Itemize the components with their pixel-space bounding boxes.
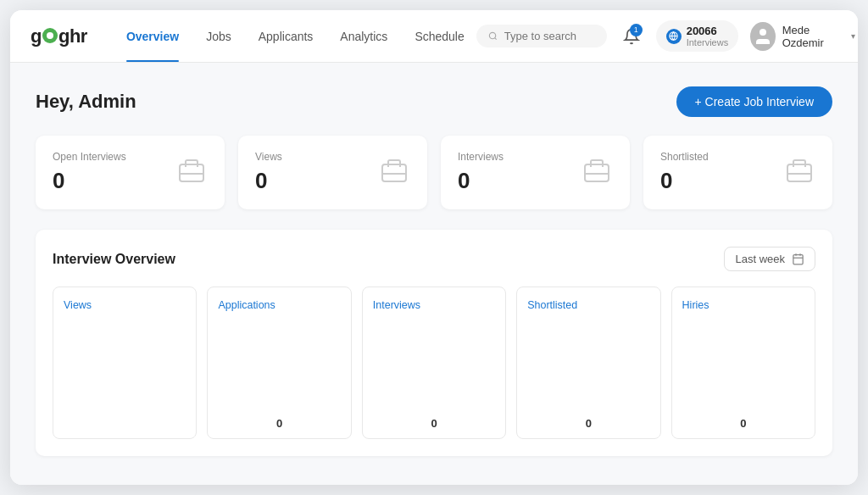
stat-info-interviews: Interviews 0 (458, 151, 504, 194)
stat-info-views: Views 0 (255, 151, 282, 194)
nav-links: Overview Jobs Applicants Analytics Sched… (114, 23, 476, 50)
chart-col-views: Views (53, 286, 197, 439)
chart-col-applications: Applications 0 (207, 286, 351, 439)
chart-col-shortlisted: Shortlisted 0 (516, 286, 660, 439)
chart-area-interviews (373, 320, 495, 412)
chart-value-shortlisted: 0 (527, 417, 649, 430)
chart-label-views: Views (64, 299, 186, 311)
stat-icon-views (378, 157, 410, 189)
chart-label-applications: Applications (218, 299, 340, 311)
stat-value-views: 0 (255, 168, 282, 194)
svg-point-0 (489, 32, 495, 38)
overview-title: Interview Overview (53, 252, 175, 267)
stat-icon-open-interviews (175, 157, 208, 189)
briefcase-icon-2 (381, 164, 407, 182)
briefcase-icon-3 (584, 164, 609, 182)
notification-badge: 1 (630, 24, 643, 36)
stat-label-interviews: Interviews (458, 151, 504, 163)
nav-overview[interactable]: Overview (114, 23, 191, 50)
stat-value-interviews: 0 (458, 168, 504, 194)
stat-info-shortlisted: Shortlisted 0 (660, 151, 709, 194)
overview-charts: Views Applications 0 Interviews 0 Shortl… (53, 286, 815, 439)
date-filter[interactable]: Last week (724, 247, 815, 271)
stat-icon-shortlisted (783, 157, 815, 189)
logo-icon (42, 28, 58, 43)
nav-schedule[interactable]: Schedule (403, 23, 476, 50)
logo: gghr (31, 25, 87, 47)
stat-label-open-interviews: Open Interviews (53, 151, 126, 163)
chart-area-views (64, 320, 186, 425)
date-filter-label: Last week (735, 253, 785, 265)
user-name: Mede Ozdemir (782, 24, 845, 49)
chevron-down-icon: ▾ (851, 31, 855, 41)
create-job-interview-button[interactable]: + Create Job Interview (676, 86, 832, 117)
stats-row: Open Interviews 0 Views 0 Interviews (36, 136, 832, 209)
user-menu[interactable]: Mede Ozdemir ▾ (750, 22, 855, 51)
chart-label-hiries: Hiries (682, 299, 804, 311)
chart-col-interviews: Interviews 0 (362, 286, 506, 439)
stat-label-views: Views (255, 151, 282, 163)
overview-section: Interview Overview Last week Views Appli… (36, 230, 832, 456)
stat-label-shortlisted: Shortlisted (660, 151, 709, 163)
briefcase-icon-4 (787, 164, 812, 182)
svg-rect-5 (793, 255, 803, 264)
nav-applicants[interactable]: Applicants (247, 23, 326, 50)
nav-right: 1 20066 Interviews Mede Ozdemir ▾ (476, 20, 856, 52)
interviews-label: Interviews (687, 37, 729, 47)
svg-point-4 (760, 29, 766, 36)
stat-value-open-interviews: 0 (53, 168, 126, 194)
interviews-count: 20066 (687, 25, 729, 37)
nav-analytics[interactable]: Analytics (328, 23, 399, 50)
chart-area-applications (218, 320, 340, 412)
chart-value-applications: 0 (218, 417, 340, 430)
nav-jobs[interactable]: Jobs (194, 23, 243, 50)
chart-area-hiries (682, 320, 804, 412)
stat-info-open-interviews: Open Interviews 0 (53, 151, 126, 194)
app-window: gghr Overview Jobs Applicants Analytics … (10, 10, 858, 485)
search-input[interactable] (504, 30, 595, 42)
search-box[interactable] (476, 25, 607, 47)
globe-icon (666, 29, 682, 44)
navbar: gghr Overview Jobs Applicants Analytics … (10, 10, 858, 63)
page-title: Hey, Admin (36, 91, 136, 113)
stat-card-views: Views 0 (238, 136, 427, 209)
overview-header: Interview Overview Last week (53, 247, 815, 271)
main-content: Hey, Admin + Create Job Interview Open I… (10, 63, 858, 485)
briefcase-icon-1 (179, 164, 204, 182)
stat-value-shortlisted: 0 (660, 168, 709, 194)
stat-card-open-interviews: Open Interviews 0 (36, 136, 225, 209)
calendar-icon (792, 253, 804, 265)
chart-area-shortlisted (527, 320, 649, 412)
interviews-badge[interactable]: 20066 Interviews (656, 20, 739, 52)
page-header: Hey, Admin + Create Job Interview (36, 86, 832, 117)
chart-label-shortlisted: Shortlisted (527, 299, 649, 311)
avatar (750, 22, 775, 51)
chart-value-interviews: 0 (373, 417, 495, 430)
chart-label-interviews: Interviews (373, 299, 495, 311)
notification-button[interactable]: 1 (619, 22, 644, 51)
stat-card-shortlisted: Shortlisted 0 (643, 136, 832, 209)
svg-line-1 (494, 38, 496, 40)
search-icon (488, 31, 498, 42)
stat-icon-interviews (581, 157, 613, 189)
chart-col-hiries: Hiries 0 (671, 286, 815, 439)
stat-card-interviews: Interviews 0 (441, 136, 630, 209)
chart-value-hiries: 0 (682, 417, 804, 430)
